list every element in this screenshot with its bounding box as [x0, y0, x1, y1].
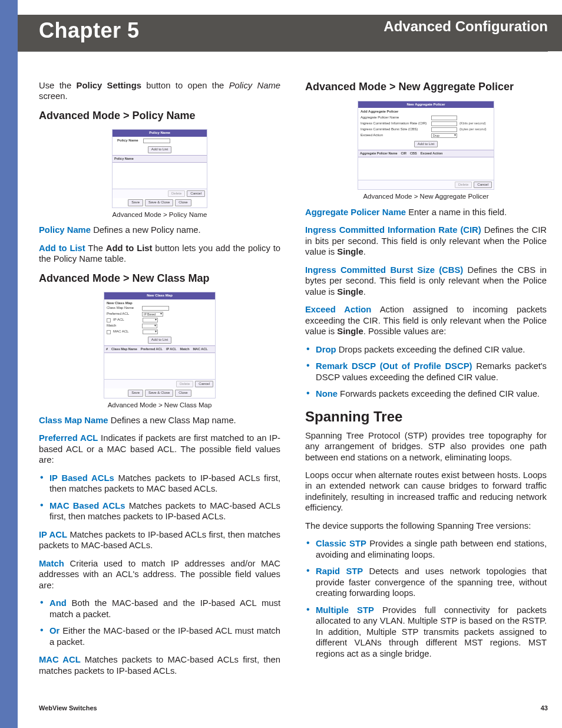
- txt: Single: [337, 247, 363, 256]
- figure-policy-name: Policy Name Policy Name Add to List Poli…: [39, 129, 280, 219]
- figure-caption: Advanced Mode > New Class Map: [108, 401, 212, 409]
- mini-input: [431, 116, 457, 120]
- footer-left: WebView Switches: [39, 704, 97, 711]
- txt: Matches packets to IP-based ACLs first, …: [39, 530, 280, 550]
- mini-titlebar: New Aggregate Policer: [358, 101, 494, 108]
- txt: Criteria used to match IP addresses and/…: [39, 559, 280, 590]
- mini-footer: DeleteCancel: [358, 180, 494, 190]
- mini-unit: (bytes per second): [459, 127, 487, 131]
- mini-select: IP Based: [142, 312, 163, 317]
- txt: Single: [337, 287, 363, 297]
- mini-select: Drop: [431, 133, 457, 138]
- mini-select: [142, 324, 157, 328]
- list-item: Or Either the MAC-based or the IP-based …: [39, 625, 280, 647]
- term: IP Based ACLs: [49, 473, 114, 483]
- term: Remark DSCP (Out of Profile DSCP): [316, 361, 472, 371]
- term: IP ACL: [39, 530, 67, 539]
- list-exceed: Drop Drops packets exceeding the defined…: [305, 344, 547, 400]
- list-stp: Classic STP Provides a single path betwe…: [305, 538, 547, 659]
- mini-label: Ingress Committed Information Rate (CIR): [361, 121, 429, 126]
- mini-label: Preferred ACL: [107, 312, 140, 317]
- p-cm-name: Class Map Name Defines a new Class Map n…: [39, 415, 280, 426]
- p-cbs: Ingress Committed Burst Size (CBS) Defin…: [305, 265, 547, 297]
- list-item: Drop Drops packets exceeding the defined…: [305, 344, 547, 355]
- header-band: Chapter 5 Advanced Configuration: [18, 15, 562, 51]
- mini-input: [142, 306, 169, 311]
- figure-agg-policer: New Aggregate Policer Add Aggregate Poli…: [305, 101, 547, 201]
- mini-input: [431, 127, 457, 132]
- mini-add-btn: Add to List: [148, 146, 171, 153]
- txt: Defines a new Policy name.: [91, 225, 201, 235]
- mini-label: IP ACL: [113, 318, 140, 322]
- txt: button to open the: [141, 81, 229, 90]
- p-add-to-list: Add to List The Add to List button lets …: [39, 243, 280, 265]
- mini-input: [143, 139, 170, 143]
- term: Drop: [316, 345, 336, 354]
- figure-caption: Advanced Mode > Policy Name: [113, 210, 207, 219]
- txt: Defines a new Class Map name.: [108, 416, 236, 425]
- txt: Both the MAC-based and the IP-based ACL …: [49, 598, 280, 618]
- mini-table-head: Aggregate Policer NameCIRCBSExceed Actio…: [358, 150, 494, 157]
- heading-new-class-map: Advanced Mode > New Class Map: [39, 272, 280, 285]
- txt: .: [363, 247, 366, 256]
- p-agg-name: Aggregate Policer Name Enter a name in t…: [305, 207, 547, 218]
- mini-footer1: DeleteCancel: [113, 189, 207, 199]
- list-item: IP Based ACLs Matches packets to IP-base…: [39, 473, 280, 495]
- txt: Single: [337, 327, 363, 336]
- mini-table-head: #Class Map NamePreferred ACLIP ACLMatchM…: [104, 345, 215, 353]
- list-item: Remark DSCP (Out of Profile DSCP) Remark…: [305, 361, 547, 383]
- term: Classic STP: [316, 539, 366, 548]
- heading-agg-policer: Advanced Mode > New Aggregate Policer: [305, 80, 547, 94]
- mini-footer2: SaveSave & CloseClose: [104, 388, 215, 398]
- mini-label: Class Map Name: [107, 306, 140, 311]
- mini-titlebar: New Class Map: [104, 292, 215, 299]
- txt: Enter a name in this field.: [406, 207, 507, 217]
- p-policy-name: Policy Name Defines a new Policy name.: [39, 225, 280, 235]
- p-mac-acl: MAC ACL Matches packets to MAC-based ACL…: [39, 654, 280, 676]
- txt: Either the MAC-based or the IP-based ACL…: [49, 626, 280, 646]
- section-label: Advanced Configuration: [384, 18, 548, 35]
- term: Or: [49, 626, 59, 635]
- page: Chapter 5 Advanced Configuration Use the…: [0, 0, 562, 728]
- p-span-1: Spanning Tree Protocol (STP) provides tr…: [305, 430, 547, 463]
- txt: Forwards packets exceeding the defined C…: [338, 389, 540, 398]
- p-cir: Ingress Committed Information Rate (CIR)…: [305, 225, 547, 257]
- term: And: [49, 598, 67, 608]
- content-area: Use the Policy Settings button to open t…: [39, 80, 548, 683]
- term: Ingress Committed Burst Size (CBS): [305, 265, 463, 275]
- mini-table-body: [358, 157, 494, 180]
- mini-checkbox: [107, 330, 111, 334]
- list-item: Multiple STP Provides full connectivity …: [305, 605, 547, 659]
- list-match: And Both the MAC-based and the IP-based …: [39, 598, 280, 647]
- page-footer: WebView Switches 43: [39, 704, 548, 711]
- txt: Use the: [39, 81, 77, 90]
- left-blue-strip: [0, 0, 18, 728]
- footer-page-number: 43: [541, 704, 548, 711]
- list-item: And Both the MAC-based and the IP-based …: [39, 598, 280, 620]
- list-pref-acl: IP Based ACLs Matches packets to IP-base…: [39, 473, 280, 522]
- mini-label: Policy Name: [115, 137, 141, 144]
- txt: . Possible values are:: [363, 327, 447, 336]
- txt: .: [363, 287, 366, 297]
- mini-add-btn: Add to List: [414, 141, 438, 148]
- mini-section: New Class Map: [104, 299, 215, 306]
- p-match: Match Criteria used to match IP addresse…: [39, 558, 280, 591]
- mini-unit: (Kbits per second): [459, 121, 486, 126]
- txt: Policy Settings: [77, 81, 141, 90]
- term: Multiple STP: [316, 605, 374, 615]
- mini-input: [431, 121, 457, 126]
- mini-label: Ingress Committed Burst Size (CBS): [361, 127, 429, 132]
- txt: The: [85, 243, 106, 253]
- mini-agg-dialog: New Aggregate Policer Add Aggregate Poli…: [358, 101, 494, 190]
- mini-select: [143, 318, 158, 322]
- mini-titlebar: Policy Name: [113, 130, 207, 137]
- mini-label: Match: [107, 324, 140, 328]
- txt: Policy Name: [229, 81, 280, 90]
- txt: Add to List: [106, 243, 153, 253]
- chapter-label: Chapter 5: [39, 18, 140, 43]
- mini-checkbox: [107, 318, 111, 322]
- mini-section: Add Aggregate Policer: [358, 108, 494, 115]
- right-column: Advanced Mode > New Aggregate Policer Ne…: [305, 80, 547, 683]
- list-item: None Forwards packets exceeding the defi…: [305, 388, 547, 399]
- txt: screen.: [39, 91, 68, 101]
